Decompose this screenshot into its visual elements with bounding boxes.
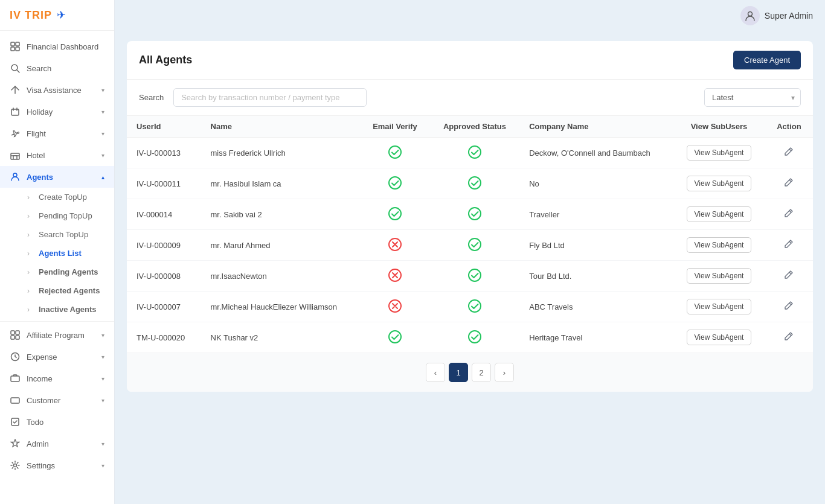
sidebar-item-search[interactable]: Search [0,57,114,79]
sidebar-item-label: Pending TopUp [39,211,92,220]
pagination-page-2[interactable]: 2 [472,363,491,382]
content-area: All Agents Create Agent Search Latest Ol… [115,31,825,504]
svg-point-17 [14,464,17,467]
hotel-icon [10,150,21,161]
cell-userid: IV-U-000008 [127,261,201,292]
topbar: Super Admin [115,0,825,31]
create-agent-button[interactable]: Create Agent [733,51,801,69]
pagination: ‹ 1 2 › [127,353,813,392]
flight-icon [10,128,21,139]
edit-agent-button[interactable] [784,177,794,190]
cell-name: mr. Maruf Ahmed [201,230,361,261]
cell-email-verify [360,230,429,261]
sidebar-item-admin[interactable]: Admin ▾ [0,433,114,455]
svg-point-19 [389,146,401,158]
cell-company: Deckow, O'Connell and Baumbach [519,138,673,168]
sidebar-item-label: Income [27,374,53,383]
table-row: IV-U-000008 mr.IsaacNewton Tour Bd Ltd. … [127,261,813,292]
svg-point-31 [389,331,401,343]
sidebar-item-create-topup[interactable]: › Create TopUp [0,188,114,206]
view-subagent-button[interactable]: View SubAgent [687,206,752,222]
visa-icon [10,85,21,95]
cell-name: mr.IsaacNewton [201,261,361,292]
view-subagent-button[interactable]: View SubAgent [687,145,752,161]
cell-userid: IV-U-000011 [127,168,201,199]
sort-select[interactable]: Latest Oldest Name A-Z Name Z-A [704,88,801,107]
cell-view-subagent: View SubAgent [673,322,765,353]
edit-agent-button[interactable] [784,301,794,313]
cell-approved-status [430,230,520,261]
sidebar-item-visa[interactable]: Visa Assistance ▾ [0,79,114,101]
sidebar-item-rejected-agents[interactable]: › Rejected Agents [0,281,114,300]
col-view-subusers: View SubUsers [673,116,765,138]
view-subagent-button[interactable]: View SubAgent [687,237,752,253]
pagination-next[interactable]: › [495,363,514,382]
sidebar-item-customer[interactable]: Customer ▾ [0,389,114,411]
view-subagent-button[interactable]: View SubAgent [687,176,752,191]
svg-rect-3 [16,47,19,51]
sidebar-item-holiday[interactable]: Holiday ▾ [0,101,114,123]
svg-rect-7 [11,153,19,159]
edit-agent-button[interactable] [784,331,794,343]
table-row: IV-U-000009 mr. Maruf Ahmed Fly Bd Ltd V… [127,230,813,261]
sidebar-item-hotel[interactable]: Hotel ▾ [0,144,114,166]
sidebar-item-flight[interactable]: Flight ▾ [0,123,114,144]
cell-action [765,261,813,292]
sidebar-item-affiliate[interactable]: Affiliate Program ▾ [0,324,114,346]
sidebar-item-pending-topup[interactable]: › Pending TopUp [0,206,114,225]
view-subagent-button[interactable]: View SubAgent [687,330,752,345]
sidebar-item-inactive-agents[interactable]: › Inactive Agents [0,300,114,319]
user-name: Super Admin [765,11,813,21]
chevron-up-icon: ▴ [101,174,104,180]
col-company: Company Name [519,116,673,138]
svg-line-5 [17,70,19,72]
cell-email-verify [360,322,429,353]
cell-approved-status [430,168,520,199]
search-input[interactable] [173,88,367,107]
edit-agent-button[interactable] [784,208,794,220]
logo-icon: ✈ [57,8,66,22]
logo: IV TRIP ✈ [0,0,114,31]
chevron-down-icon: ▾ [101,354,104,360]
agents-submenu: › Create TopUp › Pending TopUp › Search … [0,188,114,319]
view-subagent-button[interactable]: View SubAgent [687,268,752,284]
sidebar-item-agents[interactable]: Agents ▴ [0,166,114,188]
user-info: Super Admin [740,6,813,25]
svg-point-20 [469,146,481,158]
sidebar-item-income[interactable]: Income ▾ [0,368,114,389]
sidebar-item-label: Inactive Agents [39,305,97,314]
sidebar-item-label: Hotel [27,151,45,160]
col-action: Action [765,116,813,138]
cell-approved-status [430,322,520,353]
chevron-down-icon: ▾ [101,375,104,382]
svg-point-32 [469,331,481,343]
col-name: Name [201,116,361,138]
sidebar-item-todo[interactable]: Todo [0,411,114,433]
table-row: IV-U-000013 miss Frederick Ullrich Decko… [127,138,813,168]
sidebar-item-expense[interactable]: Expense ▾ [0,346,114,368]
sidebar-item-financial-dashboard[interactable]: Financial Dashboard [0,36,114,57]
pagination-prev[interactable]: ‹ [426,363,445,382]
edit-agent-button[interactable] [784,239,794,251]
sidebar-item-search-topup[interactable]: › Search TopUp [0,225,114,244]
cell-view-subagent: View SubAgent [673,168,765,199]
edit-agent-button[interactable] [784,270,794,282]
sidebar-item-settings[interactable]: Settings ▾ [0,455,114,476]
sidebar-item-label: Customer [27,396,60,405]
cell-approved-status [430,138,520,168]
sidebar-item-label: Agents List [39,249,82,258]
chevron-down-icon: ▾ [101,87,104,94]
sidebar-item-pending-agents[interactable]: › Pending Agents [0,263,114,281]
chevron-down-icon: ▾ [101,441,104,447]
cell-action [765,168,813,199]
cell-view-subagent: View SubAgent [673,292,765,322]
bullet-icon: › [24,268,33,276]
pagination-page-1[interactable]: 1 [449,363,468,382]
view-subagent-button[interactable]: View SubAgent [687,299,752,314]
cell-name: mr. Sakib vai 2 [201,199,361,230]
edit-agent-button[interactable] [784,147,794,159]
col-userid: UserId [127,116,201,138]
bullet-icon: › [24,212,33,220]
cell-email-verify [360,199,429,230]
sidebar-item-agents-list[interactable]: › Agents List [0,244,114,263]
